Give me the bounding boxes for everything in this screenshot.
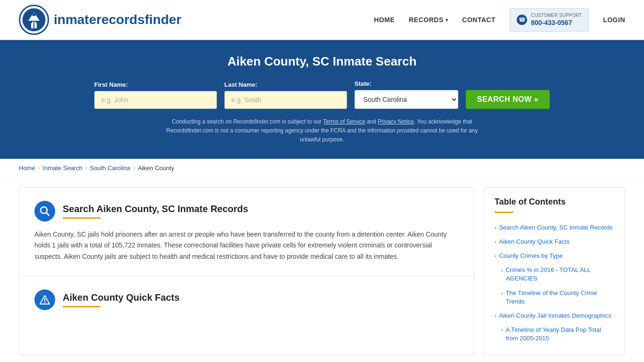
support-button[interactable]: ☎ CUSTOMER SUPPORT 800-433-0567 [510,8,589,31]
alert-icon [34,289,55,310]
section1-body: Aiken County, SC jails hold prisoners af… [34,229,459,263]
breadcrumb-south-carolina[interactable]: South Carolina [90,165,131,172]
section2-underline [63,306,100,307]
sidebar: Table of Contents › Search Aiken County,… [484,187,625,356]
toc-item-6[interactable]: › Aiken County Jail Inmates Demographics [495,309,614,323]
svg-rect-5 [36,22,38,23]
breadcrumb: Home › Inmate Search › South Carolina › … [0,159,644,178]
nav-records[interactable]: RECORDS ▾ [409,16,448,24]
support-label: CUSTOMER SUPPORT [531,12,582,18]
records-chevron-icon: ▾ [446,17,448,23]
nav-login[interactable]: LOGIN [603,16,625,24]
first-name-group: First Name: [94,81,217,109]
headphone-icon: ☎ [517,15,527,25]
section1-underline [63,217,100,219]
nav-contact[interactable]: CONTACT [462,16,495,24]
breadcrumb-inmate-search[interactable]: Inmate Search [42,165,83,172]
svg-point-11 [44,302,45,303]
toc-box: Table of Contents › Search Aiken County,… [484,187,625,356]
svg-rect-3 [33,13,35,16]
section2-header: Aiken County Quick Facts [34,289,459,310]
svg-line-8 [47,213,50,215]
section1-header: Search Aiken County, SC Inmate Records [34,201,459,222]
toc-chevron-5: › [501,290,503,297]
toc-divider [495,212,513,213]
section1-title: Search Aiken County, SC Inmate Records [63,204,248,214]
first-name-input[interactable] [94,91,217,109]
breadcrumb-sep-3: › [133,165,135,171]
first-name-label: First Name: [94,81,217,88]
section-inmate-records: Search Aiken County, SC Inmate Records A… [19,188,474,276]
nav-home[interactable]: HOME [374,16,395,24]
state-select[interactable]: South Carolina [355,90,458,109]
last-name-input[interactable] [224,91,347,109]
state-label: State: [355,80,458,87]
search-banner: Aiken County, SC Inmate Search First Nam… [0,40,644,159]
last-name-label: Last Name: [224,81,347,88]
toc-item-1[interactable]: › Search Aiken County, SC Inmate Records [495,221,614,235]
toc-item-2[interactable]: › Aiken County Quick Facts [495,235,614,249]
toc-chevron-6: › [495,313,496,320]
logo-icon [19,5,49,35]
section2-title: Aiken County Quick Facts [63,292,180,303]
main-content: Search Aiken County, SC Inmate Records A… [0,178,644,362]
toc-chevron-4: › [501,267,503,274]
breadcrumb-sep-2: › [85,165,87,171]
tos-link[interactable]: Terms of Service [323,118,365,125]
logo-area: inmaterecordsfinder [19,5,182,35]
toc-item-3[interactable]: › County Crimes by Type [495,249,614,263]
toc-chevron-2: › [495,239,496,246]
site-header: inmaterecordsfinder HOME RECORDS ▾ CONTA… [0,0,644,40]
toc-title: Table of Contents [495,197,614,207]
section-quick-facts: Aiken County Quick Facts [19,276,474,331]
search-button[interactable]: SEARCH NOW » [466,90,550,109]
toc-item-5[interactable]: › The Timeline of the County Crime Trend… [495,286,614,309]
page-title: Aiken County, SC Inmate Search [19,54,625,69]
toc-item-4[interactable]: › Crimes % in 2016 - TOTAL ALL AGENCIES [495,263,614,286]
logo-text: inmaterecordsfinder [54,12,182,27]
search-form: First Name: Last Name: State: South Caro… [19,80,625,109]
last-name-group: Last Name: [224,81,347,109]
support-number: 800-433-0567 [531,19,572,26]
breadcrumb-sep-1: › [38,165,40,171]
disclaimer-text: Conducting a search on Recordsfinder.com… [162,117,482,145]
toc-chevron-1: › [495,224,496,231]
svg-rect-4 [30,22,32,23]
toc-item-7[interactable]: › A Timeline of Yearly Data Pop Total fr… [495,323,614,346]
state-group: State: South Carolina [355,80,458,109]
privacy-link[interactable]: Privacy Notice [378,118,414,125]
toc-chevron-3: › [495,253,496,260]
breadcrumb-current: Aiken County [138,165,174,172]
breadcrumb-home[interactable]: Home [19,165,35,172]
content-left: Search Aiken County, SC Inmate Records A… [19,187,474,356]
main-nav: HOME RECORDS ▾ CONTACT ☎ CUSTOMER SUPPOR… [374,8,625,31]
toc-chevron-7: › [501,327,503,334]
search-icon [34,201,55,222]
